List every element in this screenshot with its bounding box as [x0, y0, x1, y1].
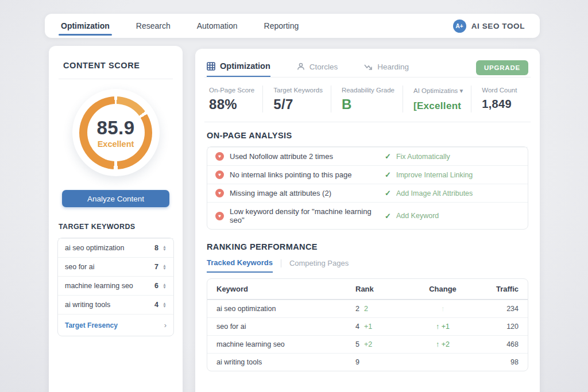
- nav-tab-automation[interactable]: Automation: [196, 15, 239, 37]
- cell-keyword: ai seo optimization: [216, 305, 355, 313]
- nav-tab-research[interactable]: Research: [135, 15, 172, 37]
- tab-competing-pages[interactable]: Competing Pages: [289, 259, 349, 272]
- analyze-content-button[interactable]: Analyze Content: [62, 190, 169, 207]
- error-icon: ♥: [215, 170, 224, 179]
- tab-hearding[interactable]: Hearding: [364, 59, 409, 76]
- divider: [59, 79, 173, 79]
- content-score-panel: CONTENT SCORE 85.9 Excellent Analyze Con…: [49, 46, 183, 392]
- cell-keyword: machine learning seo: [216, 340, 355, 348]
- target-keywords-card: ai seo optimization 8 ▲▼ seo for ai 7 ▲▼…: [57, 238, 174, 336]
- keyword-stepper[interactable]: ▲▼: [163, 264, 167, 270]
- analysis-action-link[interactable]: Add Image Alt Attributes: [396, 189, 473, 197]
- analysis-action-link[interactable]: Improve Internal Linking: [396, 171, 473, 179]
- analysis-issue: Low keyword density for "machine learnin…: [230, 207, 385, 224]
- table-row[interactable]: ai seo optimization 2 2 ↑ 234: [207, 300, 528, 317]
- tab-optimization[interactable]: Optimization: [207, 58, 270, 77]
- rank-delta: 2: [364, 305, 368, 313]
- cell-rank: 5 +2: [355, 340, 408, 348]
- analysis-action[interactable]: ✓ Add Keyword: [385, 212, 520, 220]
- analysis-row: ♥ No internal links pointing to this pag…: [207, 165, 528, 184]
- person-icon: [297, 63, 305, 71]
- analysis-row: ♥ Used Nofollow attribute 2 times ✓ Fix …: [207, 147, 528, 165]
- stats-row: On-Page Score 88% Target Keywords 5/7 Re…: [207, 77, 528, 122]
- cell-traffic: 98: [477, 358, 519, 366]
- rank-delta: +1: [364, 323, 372, 331]
- brand-name: AI SEO TOOL: [471, 22, 525, 30]
- ranking-performance-title: RANKING PERFORMANCE: [207, 242, 528, 251]
- table-row[interactable]: ai writing tools 9 98: [207, 353, 528, 371]
- error-icon: ♥: [215, 189, 224, 197]
- analysis-action-link[interactable]: Fix Automatically: [396, 153, 450, 161]
- tab-label: Ctorcles: [310, 63, 338, 71]
- rank-value: 9: [355, 358, 359, 366]
- on-page-analysis-title: ON-PAGE ANALYSIS: [207, 131, 528, 140]
- stat-value: 1,849: [482, 98, 517, 111]
- check-icon: ✓: [385, 170, 391, 179]
- nav-tab-optimization[interactable]: Optimization: [60, 15, 111, 37]
- analysis-action[interactable]: ✓ Add Image Alt Attributes: [385, 189, 520, 197]
- tab-tracked-keywords[interactable]: Tracked Keywords: [207, 258, 273, 273]
- analysis-row: ♥ Missing image alt attributes (2) ✓ Add…: [207, 184, 528, 202]
- keyword-count: 8: [154, 244, 158, 252]
- table-row[interactable]: machine learning seo 5 +2 ↑ +2 468: [207, 335, 528, 353]
- tab-ctorcles[interactable]: Ctorcles: [297, 59, 338, 76]
- target-frequency-link[interactable]: Target Fresency: [65, 321, 164, 329]
- stat-value: 5/7: [273, 96, 323, 112]
- keyword-stepper[interactable]: ▲▼: [163, 245, 167, 251]
- cell-rank: 4 +1: [355, 323, 408, 331]
- rank-value: 5: [355, 340, 359, 348]
- header-rank: Rank: [355, 285, 408, 293]
- stat-value: [Excellent: [413, 100, 463, 112]
- keyword-count: 6: [154, 282, 158, 290]
- divider: [204, 122, 531, 122]
- keyword-stepper[interactable]: ▲▼: [163, 302, 167, 308]
- cell-traffic: 234: [477, 305, 519, 313]
- top-navigation-bar: Optimization Research Automation Reporti…: [45, 14, 540, 38]
- keyword-label: ai seo optimization: [65, 244, 154, 252]
- content-score-gauge: 85.9 Excellent: [72, 89, 160, 176]
- gauge-ring: 85.9 Excellent: [79, 96, 152, 169]
- chevron-right-icon: ›: [164, 321, 167, 329]
- keyword-label: machine learning seo: [65, 282, 154, 290]
- nav-tab-reporting[interactable]: Reporting: [263, 15, 300, 37]
- ranking-tabs: Tracked Keywords Competing Pages: [207, 258, 528, 273]
- analysis-action[interactable]: ✓ Improve Internal Linking: [385, 170, 520, 179]
- cell-rank: 9: [355, 358, 408, 366]
- stat-value: B: [342, 96, 394, 112]
- content-score-rating: Excellent: [98, 139, 134, 149]
- header-change: Change: [408, 285, 477, 293]
- error-icon: ♥: [215, 152, 224, 161]
- upgrade-button[interactable]: UPGRADE: [476, 60, 528, 75]
- grid-icon: [207, 62, 215, 71]
- cell-traffic: 120: [477, 323, 519, 331]
- keyword-row: machine learning seo 6 ▲▼: [58, 276, 173, 295]
- brand-logo-icon: A+: [453, 20, 466, 33]
- page-background: Optimization Research Automation Reporti…: [0, 0, 588, 392]
- keyword-label: seo for ai: [65, 263, 154, 271]
- keyword-count: 4: [154, 301, 158, 309]
- stat-label-dropdown[interactable]: AI Optimizatins ▾: [413, 87, 463, 95]
- cell-change: ↑: [408, 305, 477, 313]
- analysis-action[interactable]: ✓ Fix Automatically: [385, 152, 520, 161]
- optimization-panel: Optimization Ctorcles Hearding UPGRADE: [195, 49, 540, 392]
- cell-change: ↑ +1: [408, 323, 477, 331]
- check-icon: ✓: [385, 152, 391, 161]
- rank-delta: +2: [364, 340, 372, 348]
- rank-value: 2: [355, 305, 359, 313]
- cell-rank: 2 2: [355, 305, 408, 313]
- stat-on-page-score: On-Page Score 88%: [207, 86, 262, 112]
- analysis-issue: Used Nofollow attribute 2 times: [230, 152, 385, 161]
- analysis-action-link[interactable]: Add Keyword: [396, 212, 439, 220]
- keyword-label: ai writing tools: [65, 301, 154, 309]
- cell-traffic: 468: [477, 340, 519, 348]
- table-row[interactable]: seo for ai 4 +1 ↑ +1 120: [207, 317, 528, 335]
- keyword-stepper[interactable]: ▲▼: [163, 283, 167, 289]
- target-frequency-row[interactable]: Target Fresency ›: [58, 314, 173, 336]
- brand: A+ AI SEO TOOL: [453, 20, 525, 33]
- stat-label: Readability Grade: [342, 87, 394, 94]
- check-icon: ✓: [385, 189, 391, 197]
- cell-keyword: seo for ai: [216, 323, 355, 331]
- header-keyword: Keyword: [216, 285, 355, 293]
- error-icon: ♥: [215, 212, 224, 220]
- stat-ai-optimizations[interactable]: AI Optimizatins ▾ [Excellent: [403, 86, 471, 112]
